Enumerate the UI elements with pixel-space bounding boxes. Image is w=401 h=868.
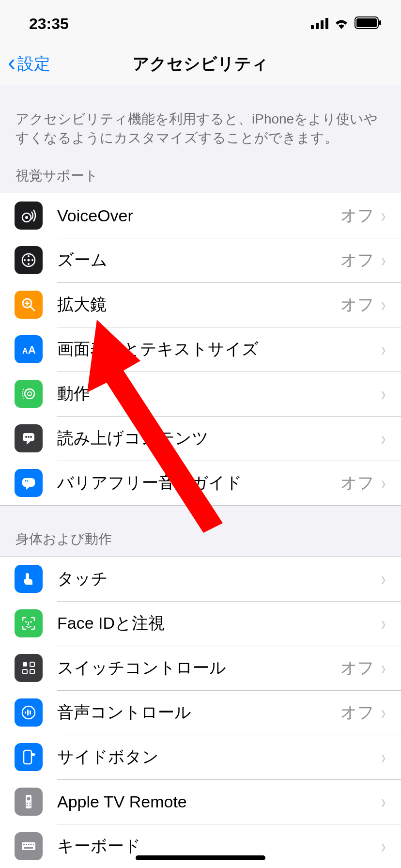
svg-point-30 (30, 621, 32, 623)
row-label: 拡大鏡 (57, 294, 340, 316)
svg-text:A: A (22, 347, 28, 355)
side-button-icon (15, 743, 43, 771)
svg-rect-42 (26, 795, 31, 808)
svg-point-47 (30, 805, 31, 806)
back-button[interactable]: ‹ 設定 (8, 53, 50, 75)
svg-rect-48 (22, 842, 35, 850)
svg-text:A: A (28, 344, 36, 356)
row-label: 読み上げコンテンツ (57, 427, 380, 450)
battery-icon (355, 15, 382, 33)
svg-rect-3 (325, 18, 328, 29)
remote-icon (15, 788, 43, 816)
zoom-icon (15, 246, 43, 274)
svg-rect-52 (31, 844, 32, 845)
row-value: オフ (340, 701, 374, 724)
row-touch[interactable]: タッチ › (0, 557, 401, 601)
svg-point-22 (28, 392, 31, 396)
svg-point-13 (31, 259, 33, 261)
magnifier-icon (15, 291, 43, 319)
nav-bar: ‹ 設定 アクセシビリティ (0, 43, 401, 85)
chevron-right-icon: › (381, 658, 386, 678)
row-side-button[interactable]: サイドボタン › (0, 735, 401, 779)
spoken-content-icon (15, 424, 43, 452)
svg-rect-54 (24, 847, 33, 849)
keyboard-icon (15, 832, 43, 860)
svg-rect-1 (316, 23, 319, 29)
chevron-right-icon: › (381, 703, 386, 722)
row-apple-tv-remote[interactable]: Apple TV Remote › (0, 779, 401, 824)
row-value: オフ (340, 249, 374, 271)
row-zoom[interactable]: ズーム オフ › (0, 238, 401, 282)
svg-rect-49 (23, 844, 25, 845)
row-voiceover[interactable]: VoiceOver オフ › (0, 193, 401, 238)
svg-rect-6 (379, 20, 381, 25)
svg-rect-2 (321, 20, 324, 29)
row-magnifier[interactable]: 拡大鏡 オフ › (0, 282, 401, 327)
back-label: 設定 (17, 53, 50, 75)
svg-point-26 (30, 436, 32, 438)
row-display-text[interactable]: AA 画面表示とテキストサイズ › (0, 327, 401, 372)
chevron-right-icon: › (381, 569, 386, 589)
row-label: 動作 (57, 383, 380, 405)
chevron-right-icon: › (381, 614, 386, 633)
row-label: ズーム (57, 249, 340, 271)
row-value: オフ (340, 294, 374, 316)
chevron-right-icon: › (381, 340, 386, 359)
home-indicator (136, 855, 265, 860)
row-label: サイドボタン (57, 746, 380, 768)
svg-point-25 (28, 436, 30, 438)
svg-rect-34 (30, 669, 34, 674)
svg-rect-5 (356, 18, 377, 27)
row-faceid[interactable]: Face IDと注視 › (0, 601, 401, 646)
svg-rect-51 (28, 844, 30, 845)
chevron-right-icon: › (381, 792, 386, 811)
row-voice-control[interactable]: 音声コントロール オフ › (0, 690, 401, 735)
wifi-icon (333, 15, 350, 33)
switch-control-icon (15, 654, 43, 682)
voice-control-icon (15, 698, 43, 727)
svg-point-24 (25, 436, 27, 438)
row-label: 画面表示とテキストサイズ (57, 338, 380, 360)
status-time: 23:35 (29, 15, 69, 33)
chevron-right-icon: › (381, 206, 386, 225)
row-switch-control[interactable]: スイッチコントロール オフ › (0, 646, 401, 690)
svg-rect-53 (33, 844, 34, 845)
row-audio-descriptions[interactable]: ” バリアフリー音声ガイド オフ › (0, 461, 401, 505)
chevron-right-icon: › (381, 747, 386, 767)
row-value: オフ (340, 204, 374, 227)
status-indicators (311, 15, 382, 33)
svg-point-46 (27, 805, 28, 806)
page-title: アクセシビリティ (0, 53, 401, 75)
svg-rect-37 (27, 710, 29, 715)
svg-rect-0 (311, 25, 314, 29)
svg-point-10 (28, 255, 30, 257)
chevron-right-icon: › (381, 295, 386, 314)
chevron-right-icon: › (381, 384, 386, 403)
textsize-icon: AA (15, 335, 43, 363)
row-label: Face IDと注視 (57, 612, 380, 635)
svg-rect-40 (24, 750, 31, 764)
row-label: Apple TV Remote (57, 792, 380, 811)
svg-point-29 (25, 621, 27, 623)
audio-desc-icon: ” (15, 469, 43, 497)
svg-rect-50 (26, 844, 27, 845)
svg-point-21 (25, 389, 34, 399)
row-label: 音声コントロール (57, 701, 340, 724)
cellular-icon (311, 15, 328, 33)
chevron-left-icon: ‹ (8, 51, 15, 74)
svg-point-8 (25, 216, 28, 219)
status-bar: 23:35 (0, 0, 401, 43)
row-label: キーボード (57, 835, 380, 857)
row-label: VoiceOver (57, 206, 340, 225)
list-visual: VoiceOver オフ › ズーム オフ › 拡大鏡 オフ › AA 画面表示… (0, 193, 401, 506)
row-spoken-content[interactable]: 読み上げコンテンツ › (0, 416, 401, 461)
section-header-visual: 視覚サポート (0, 157, 401, 193)
svg-rect-38 (30, 711, 31, 714)
row-keyboard[interactable]: キーボード › (0, 824, 401, 868)
row-value: オフ (340, 472, 374, 494)
list-physical: タッチ › Face IDと注視 › スイッチコントロール オフ › 音声コント… (0, 556, 401, 868)
svg-rect-27 (22, 478, 35, 487)
row-value: オフ (340, 657, 374, 679)
row-motion[interactable]: 動作 › (0, 372, 401, 416)
svg-rect-36 (25, 712, 26, 713)
